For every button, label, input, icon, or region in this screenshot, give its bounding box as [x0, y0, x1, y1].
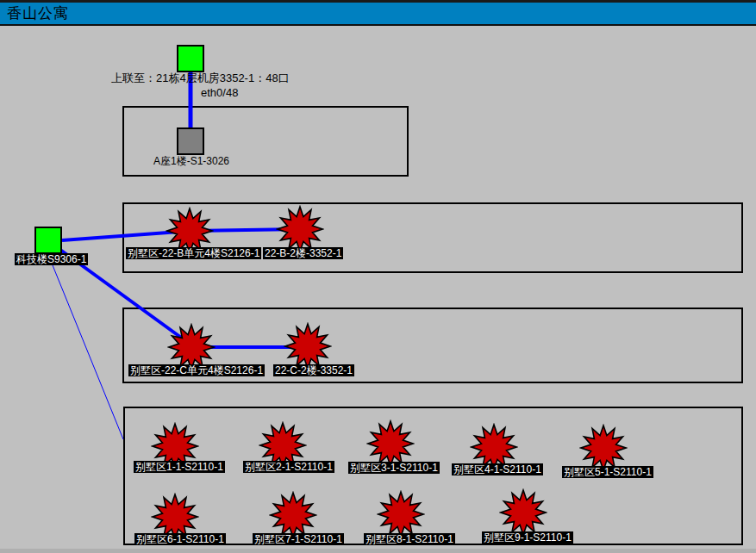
device-label-switch-a[interactable]: A座1楼-S1-3026	[153, 155, 229, 167]
node-star-villa-8-1[interactable]	[377, 490, 425, 538]
starburst-icon	[581, 426, 626, 470]
starburst-icon	[271, 493, 316, 537]
device-label-villa-6-1[interactable]: 别墅区6-1-S2110-1	[134, 533, 226, 545]
window-bottom-edge	[0, 549, 756, 553]
device-label-villa-5-1[interactable]: 别墅区5-1-S2110-1	[562, 466, 653, 478]
device-label-villa-9-1[interactable]: 别墅区9-1-S2110-1	[482, 531, 573, 544]
node-star-villa-7-1[interactable]	[269, 491, 317, 539]
node-switch-uplink[interactable]	[177, 45, 204, 72]
node-star-villa-3-1[interactable]	[366, 419, 415, 468]
device-label-22b-2f[interactable]: 22-B-2楼-3352-1	[263, 247, 343, 259]
starburst-icon	[278, 207, 322, 252]
uplink-annotation: 上联至：21栋4层机房3352-1：48口	[111, 72, 290, 84]
node-star-villa-9-1[interactable]	[499, 488, 547, 537]
page-title: 香山公寓	[0, 3, 69, 23]
node-switch-a[interactable]	[177, 127, 204, 155]
device-label-villa-7-1[interactable]: 别墅区7-1-S2110-1	[253, 533, 344, 545]
starburst-icon	[501, 490, 546, 535]
device-label-villa-8-1[interactable]: 别墅区8-1-S2110-1	[364, 533, 455, 545]
device-label-villa-1-1[interactable]: 别墅区1-1-S2110-1	[134, 461, 225, 473]
port-label: eth0/48	[201, 87, 238, 99]
device-label-22c-2f[interactable]: 22-C-2楼-3352-1	[273, 364, 354, 376]
node-star-22c-2f[interactable]	[284, 322, 332, 370]
node-star-villa-5-1[interactable]	[579, 424, 628, 472]
device-label-villa-4-1[interactable]: 别墅区4-1-S2110-1	[452, 463, 543, 475]
device-label-tech-switch[interactable]: 科技楼S9306-1	[15, 253, 88, 265]
node-switch-tech[interactable]	[34, 227, 62, 254]
device-label-villa-2-1[interactable]: 别墅区2-1-S2110-1	[243, 461, 334, 473]
device-label-villa-3-1[interactable]: 别墅区3-1-S2110-1	[348, 462, 440, 474]
device-label-22c-unit[interactable]: 别墅区-22-C单元4楼S2126-1	[128, 364, 265, 376]
group-box-villa-22b	[122, 202, 743, 273]
device-label-22b-unit[interactable]: 别墅区-22-B单元4楼S2126-1	[126, 247, 261, 259]
starburst-icon	[169, 325, 214, 370]
link-tech-to-villa-area	[51, 261, 123, 439]
starburst-icon	[378, 492, 423, 537]
starburst-icon	[285, 324, 330, 369]
topology-canvas: 香山公寓 上联至：21栋4层机房3352-1：48口 eth0/48 A座1楼-…	[0, 0, 756, 553]
node-star-22b-2f[interactable]	[276, 205, 324, 253]
window-titlebar: 香山公寓	[0, 3, 756, 26]
starburst-icon	[368, 421, 413, 466]
